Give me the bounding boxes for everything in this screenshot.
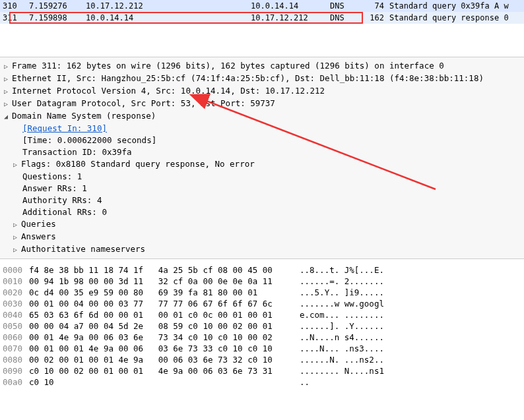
detail-dns-request-link[interactable]: [Request In: 310] — [0, 123, 524, 135]
detail-dns-questions: Questions: 1 — [0, 171, 524, 183]
hex-row[interactable]: 006000 01 4e 9a 00 06 03 6e 73 34 c0 10 … — [0, 332, 524, 343]
expand-icon[interactable]: ▷ — [13, 231, 21, 243]
hex-bytes: 00 02 00 01 00 01 4e 9a 00 06 03 6e 73 3… — [29, 354, 300, 365]
expand-icon[interactable]: ▷ — [13, 159, 21, 171]
hex-row[interactable]: 003000 01 00 04 00 00 03 77 77 77 06 67 … — [0, 298, 524, 309]
hex-row[interactable]: 007000 01 00 01 4e 9a 00 06 03 6e 73 33 … — [0, 343, 524, 354]
table-row[interactable]: 310 7.159276 10.17.12.212 10.0.14.14 DNS… — [0, 0, 524, 12]
detail-udp[interactable]: ▷User Datagram Protocol, Src Port: 53, D… — [0, 98, 524, 110]
hex-row[interactable]: 00200c d4 00 35 e9 59 00 80 69 39 fa 81 … — [0, 287, 524, 298]
cell-src: 10.17.12.212 — [83, 0, 248, 12]
hex-bytes: 00 01 4e 9a 00 06 03 6e 73 34 c0 10 c0 1… — [29, 332, 300, 343]
hex-ascii: e.com... ........ — [300, 309, 384, 320]
packet-details-pane[interactable]: ▷Frame 311: 162 bytes on wire (1296 bits… — [0, 57, 524, 259]
cell-src: 10.0.14.14 — [83, 12, 248, 24]
detail-dns-flags[interactable]: ▷Flags: 0x8180 Standard query response, … — [0, 158, 524, 171]
hex-bytes: 65 03 63 6f 6d 00 00 01 00 01 c0 0c 00 0… — [29, 309, 300, 320]
hex-offset: 0080 — [0, 354, 29, 365]
hex-offset: 0020 — [0, 287, 29, 298]
hex-ascii: ......]. .Y...... — [300, 320, 384, 332]
hex-ascii: .......w ww.googl — [300, 298, 384, 309]
cell-dst: 10.0.14.14 — [248, 0, 327, 12]
hex-bytes: 0c d4 00 35 e9 59 00 80 69 39 fa 81 80 0… — [29, 287, 300, 298]
hex-offset: 00a0 — [0, 376, 29, 388]
hex-offset: 0000 — [0, 264, 29, 276]
hex-ascii: ..8...t. J%[...E. — [300, 264, 384, 276]
expand-icon[interactable]: ▷ — [4, 73, 12, 85]
detail-dns-authns[interactable]: ▷Authoritative nameservers — [0, 243, 524, 256]
hex-row[interactable]: 001000 94 1b 98 00 00 3d 11 32 cf 0a 00 … — [0, 276, 524, 287]
detail-frame[interactable]: ▷Frame 311: 162 bytes on wire (1296 bits… — [0, 60, 524, 73]
hex-bytes: c0 10 — [29, 376, 300, 388]
cell-proto: DNS — [327, 12, 363, 24]
cell-time: 7.159276 — [26, 0, 83, 12]
detail-dns-time: [Time: 0.000622000 seconds] — [0, 135, 524, 146]
hex-offset: 0050 — [0, 320, 29, 332]
detail-dns-additional-rrs: Additional RRs: 0 — [0, 206, 524, 218]
detail-dns-answers[interactable]: ▷Answers — [0, 231, 524, 243]
hex-bytes: 00 00 04 a7 00 04 5d 2e 08 59 c0 10 00 0… — [29, 320, 300, 332]
detail-dns[interactable]: ◢Domain Name System (response) — [0, 110, 524, 123]
cell-dst: 10.17.12.212 — [248, 12, 327, 24]
hex-row[interactable]: 005000 00 04 a7 00 04 5d 2e 08 59 c0 10 … — [0, 320, 524, 332]
hex-ascii: .. — [300, 376, 310, 388]
hex-bytes: 00 01 00 01 4e 9a 00 06 03 6e 73 33 c0 1… — [29, 343, 300, 354]
hex-offset: 0090 — [0, 365, 29, 376]
cell-len: 162 — [363, 12, 387, 24]
hex-row[interactable]: 0000f4 8e 38 bb 11 18 74 1f 4a 25 5b cf … — [0, 264, 524, 276]
hex-ascii: ......=. 2....... — [300, 276, 384, 287]
expand-icon[interactable]: ▷ — [4, 98, 12, 110]
collapse-icon[interactable]: ◢ — [4, 111, 12, 123]
hex-ascii: ......N. ...ns2.. — [300, 354, 384, 365]
detail-dns-tid: Transaction ID: 0x39fa — [0, 146, 524, 158]
hex-ascii: ..N....n s4...... — [300, 332, 384, 343]
hex-offset: 0010 — [0, 276, 29, 287]
cell-proto: DNS — [327, 0, 363, 12]
expand-icon[interactable]: ▷ — [4, 86, 12, 98]
hex-row[interactable]: 00a0c0 10.. — [0, 376, 524, 388]
expand-icon[interactable]: ▷ — [13, 244, 21, 256]
packet-list-table[interactable]: 310 7.159276 10.17.12.212 10.0.14.14 DNS… — [0, 0, 524, 24]
hex-offset: 0040 — [0, 309, 29, 320]
detail-eth[interactable]: ▷Ethernet II, Src: Hangzhou_25:5b:cf (74… — [0, 73, 524, 85]
detail-dns-authority-rrs: Authority RRs: 4 — [0, 195, 524, 206]
hex-bytes: 00 94 1b 98 00 00 3d 11 32 cf 0a 00 0e 0… — [29, 276, 300, 287]
cell-no: 311 — [0, 12, 26, 24]
hex-offset: 0070 — [0, 343, 29, 354]
hex-bytes: f4 8e 38 bb 11 18 74 1f 4a 25 5b cf 08 0… — [29, 264, 300, 276]
hex-bytes: c0 10 00 02 00 01 00 01 4e 9a 00 06 03 6… — [29, 365, 300, 376]
cell-len: 74 — [363, 0, 387, 12]
hex-offset: 0030 — [0, 298, 29, 309]
expand-icon[interactable]: ▷ — [4, 61, 12, 73]
hex-row[interactable]: 004065 03 63 6f 6d 00 00 01 00 01 c0 0c … — [0, 309, 524, 320]
cell-time: 7.159898 — [26, 12, 83, 24]
hex-ascii: ....N... .ns3.... — [300, 343, 384, 354]
cell-info: Standard query response 0 — [387, 12, 524, 24]
hex-row[interactable]: 0090c0 10 00 02 00 01 00 01 4e 9a 00 06 … — [0, 365, 524, 376]
hex-dump-pane[interactable]: 0000f4 8e 38 bb 11 18 74 1f 4a 25 5b cf … — [0, 263, 524, 389]
cell-no: 310 — [0, 0, 26, 12]
hex-bytes: 00 01 00 04 00 00 03 77 77 77 06 67 6f 6… — [29, 298, 300, 309]
hex-offset: 0060 — [0, 332, 29, 343]
detail-dns-answer-rrs: Answer RRs: 1 — [0, 183, 524, 195]
detail-ip[interactable]: ▷Internet Protocol Version 4, Src: 10.0.… — [0, 85, 524, 98]
hex-ascii: ........ N....ns1 — [300, 365, 384, 376]
hex-ascii: ...5.Y.. ]i9..... — [300, 287, 384, 298]
table-row[interactable]: 311 7.159898 10.0.14.14 10.17.12.212 DNS… — [0, 12, 524, 24]
detail-dns-queries[interactable]: ▷Queries — [0, 218, 524, 231]
hex-row[interactable]: 008000 02 00 01 00 01 4e 9a 00 06 03 6e … — [0, 354, 524, 365]
expand-icon[interactable]: ▷ — [13, 219, 21, 231]
cell-info: Standard query 0x39fa A w — [387, 0, 524, 12]
